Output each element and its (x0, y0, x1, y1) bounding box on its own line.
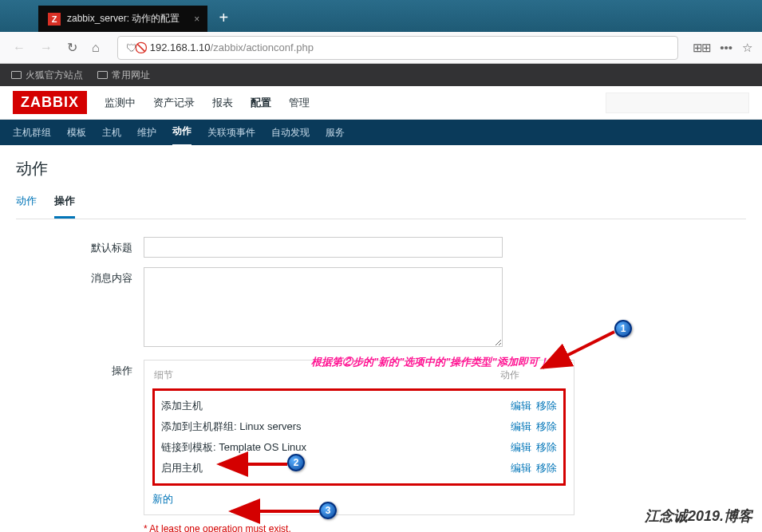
operations-list: 添加主机 编辑 移除 添加到主机群组: Linux servers 编辑 移除 (152, 388, 566, 486)
remove-link[interactable]: 移除 (536, 399, 557, 413)
sub-nav-services[interactable]: 服务 (326, 120, 345, 146)
folder-icon (11, 71, 22, 79)
page-body: 动作 动作 操作 默认标题 消息内容 操作 细节 动作 添加主机 (0, 145, 762, 532)
nav-admin[interactable]: 管理 (289, 96, 310, 110)
new-operation-link[interactable]: 新的 (152, 493, 173, 505)
annotation-circle-2: 2 (287, 454, 305, 471)
operation-row: 链接到模板: Template OS Linux 编辑 移除 (161, 437, 557, 458)
operation-text: 添加到主机群组: Linux servers (161, 420, 511, 434)
annotation-hint: 根据第②步的"新的"选项中的"操作类型"添加即可！ (311, 355, 549, 369)
home-button[interactable]: ⌂ (89, 37, 103, 58)
default-title-label: 默认标题 (16, 237, 144, 258)
more-icon[interactable]: ••• (720, 41, 732, 54)
browser-tab[interactable]: Z zabbix_server: 动作的配置 × (38, 6, 207, 32)
operation-row: 添加主机 编辑 移除 (161, 396, 557, 416)
annotation-circle-1: 1 (614, 320, 632, 337)
operation-row: 启用主机 编辑 移除 (161, 458, 557, 479)
nav-monitoring[interactable]: 监测中 (105, 96, 136, 110)
message-label: 消息内容 (16, 267, 144, 350)
col-detail: 细节 (154, 368, 500, 382)
new-tab-button[interactable]: + (207, 4, 239, 32)
tab-action[interactable]: 动作 (16, 194, 37, 219)
url-bar[interactable]: 🛡 ⃠ 192.168.1.10/zabbix/actionconf.php (117, 36, 679, 60)
close-icon[interactable]: × (194, 14, 199, 25)
back-button[interactable]: ← (10, 37, 29, 58)
forward-button[interactable]: → (37, 37, 56, 58)
browser-nav-bar: ← → ↻ ⌂ 🛡 ⃠ 192.168.1.10/zabbix/actionco… (0, 32, 762, 64)
watermark: 江念诚2019.博客 (645, 506, 752, 526)
edit-link[interactable]: 编辑 (511, 440, 531, 455)
sub-nav-maintenance[interactable]: 维护 (137, 120, 156, 146)
annotation-circle-3: 3 (319, 502, 337, 519)
default-title-input[interactable] (144, 237, 503, 258)
inner-tabs: 动作 操作 (16, 194, 746, 219)
bookmark-item[interactable]: 常用网址 (97, 69, 150, 82)
remove-link[interactable]: 移除 (536, 461, 557, 475)
edit-link[interactable]: 编辑 (511, 399, 531, 413)
remove-link[interactable]: 移除 (536, 420, 557, 434)
sub-nav-templates[interactable]: 模板 (67, 120, 86, 146)
tab-title: zabbix_server: 动作的配置 (67, 12, 180, 26)
operation-text: 链接到模板: Template OS Linux (161, 440, 511, 455)
folder-icon (97, 71, 108, 79)
col-action: 动作 (500, 368, 564, 382)
nav-inventory[interactable]: 资产记录 (153, 96, 195, 110)
remove-link[interactable]: 移除 (536, 440, 557, 455)
operation-row: 添加到主机群组: Linux servers 编辑 移除 (161, 416, 557, 437)
operation-text: 启用主机 (161, 461, 511, 475)
search-input[interactable] (606, 93, 749, 113)
edit-link[interactable]: 编辑 (511, 420, 531, 434)
sub-nav-hosts[interactable]: 主机 (102, 120, 121, 146)
bookmarks-bar: 火狐官方站点 常用网址 (0, 64, 762, 86)
browser-tab-strip: Z zabbix_server: 动作的配置 × + (0, 0, 762, 32)
bookmark-item[interactable]: 火狐官方站点 (11, 69, 83, 82)
edit-link[interactable]: 编辑 (511, 461, 531, 475)
nav-reports[interactable]: 报表 (212, 96, 233, 110)
sub-nav-actions[interactable]: 动作 (172, 118, 191, 147)
tab-operation[interactable]: 操作 (54, 194, 75, 219)
operations-label: 操作 (16, 360, 144, 532)
operations-table: 细节 动作 添加主机 编辑 移除 添加到主机群组: Linux servers (144, 360, 574, 515)
message-textarea[interactable] (144, 267, 503, 347)
sub-nav-correlation[interactable]: 关联项事件 (207, 120, 255, 146)
page-title: 动作 (16, 158, 746, 179)
shield-icon: 🛡 (126, 41, 137, 54)
nav-config[interactable]: 配置 (251, 96, 271, 110)
sub-nav: 主机群组 模板 主机 维护 动作 关联项事件 自动发现 服务 (0, 120, 762, 145)
bookmark-star-icon[interactable]: ☆ (742, 41, 752, 55)
zabbix-header: ZABBIX 监测中 资产记录 报表 配置 管理 (0, 86, 762, 120)
sub-nav-hostgroups[interactable]: 主机群组 (13, 120, 51, 146)
reload-button[interactable]: ↻ (64, 37, 81, 58)
tab-favicon: Z (48, 13, 61, 26)
operation-text: 添加主机 (161, 399, 511, 413)
reader-icon[interactable]: ⊞⊞ (693, 41, 710, 55)
zabbix-logo[interactable]: ZABBIX (13, 91, 87, 114)
sub-nav-discovery[interactable]: 自动发现 (271, 120, 310, 146)
url-text: 192.168.1.10/zabbix/actionconf.php (150, 41, 670, 53)
